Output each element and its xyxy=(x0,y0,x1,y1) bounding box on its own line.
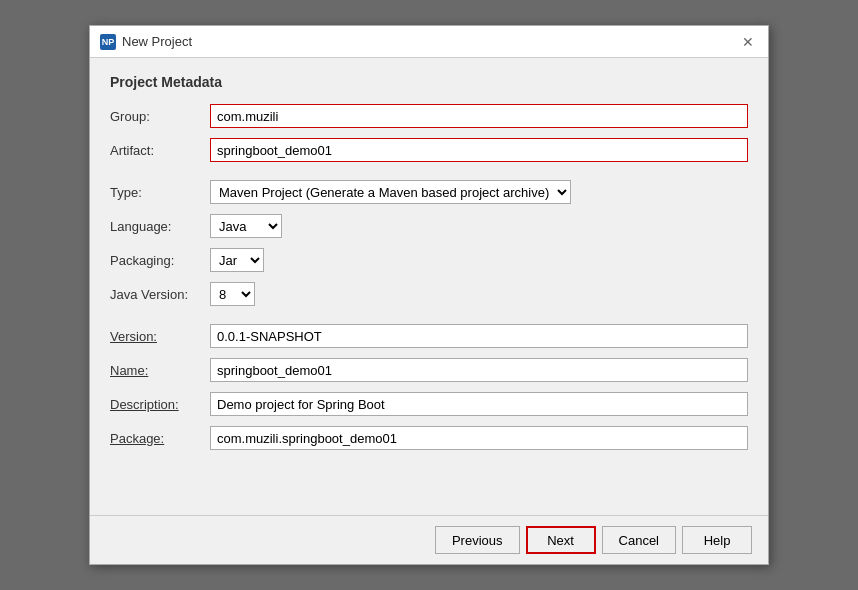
app-icon: NP xyxy=(100,34,116,50)
group-row: Group: xyxy=(110,104,748,128)
cancel-button[interactable]: Cancel xyxy=(602,526,676,554)
dialog-title: New Project xyxy=(122,34,192,49)
language-label: Language: xyxy=(110,219,210,234)
type-row: Type: Maven Project (Generate a Maven ba… xyxy=(110,180,748,204)
title-bar: NP New Project ✕ xyxy=(90,26,768,58)
section-title: Project Metadata xyxy=(110,74,748,90)
name-row: Name: xyxy=(110,358,748,382)
packaging-select[interactable]: Jar War xyxy=(210,248,264,272)
artifact-input[interactable] xyxy=(210,138,748,162)
next-button[interactable]: Next xyxy=(526,526,596,554)
version-input[interactable] xyxy=(210,324,748,348)
package-label: Package: xyxy=(110,431,210,446)
packaging-label: Packaging: xyxy=(110,253,210,268)
name-label: Name: xyxy=(110,363,210,378)
version-row: Version: xyxy=(110,324,748,348)
type-label: Type: xyxy=(110,185,210,200)
help-button[interactable]: Help xyxy=(682,526,752,554)
dialog-footer: Previous Next Cancel Help xyxy=(90,515,768,564)
dialog-body: Project Metadata Group: Artifact: Type: … xyxy=(90,58,768,515)
artifact-label: Artifact: xyxy=(110,143,210,158)
group-input[interactable] xyxy=(210,104,748,128)
packaging-row: Packaging: Jar War xyxy=(110,248,748,272)
group-label: Group: xyxy=(110,109,210,124)
new-project-dialog: NP New Project ✕ Project Metadata Group:… xyxy=(89,25,769,565)
previous-button[interactable]: Previous xyxy=(435,526,520,554)
artifact-row: Artifact: xyxy=(110,138,748,162)
language-row: Language: Java Kotlin Groovy xyxy=(110,214,748,238)
java-version-select[interactable]: 8 11 17 xyxy=(210,282,255,306)
description-label: Description: xyxy=(110,397,210,412)
name-input[interactable] xyxy=(210,358,748,382)
language-select[interactable]: Java Kotlin Groovy xyxy=(210,214,282,238)
close-button[interactable]: ✕ xyxy=(738,32,758,52)
package-row: Package: xyxy=(110,426,748,450)
description-input[interactable] xyxy=(210,392,748,416)
java-version-row: Java Version: 8 11 17 xyxy=(110,282,748,306)
title-bar-left: NP New Project xyxy=(100,34,192,50)
description-row: Description: xyxy=(110,392,748,416)
package-input[interactable] xyxy=(210,426,748,450)
java-version-label: Java Version: xyxy=(110,287,210,302)
version-label: Version: xyxy=(110,329,210,344)
type-select[interactable]: Maven Project (Generate a Maven based pr… xyxy=(210,180,571,204)
